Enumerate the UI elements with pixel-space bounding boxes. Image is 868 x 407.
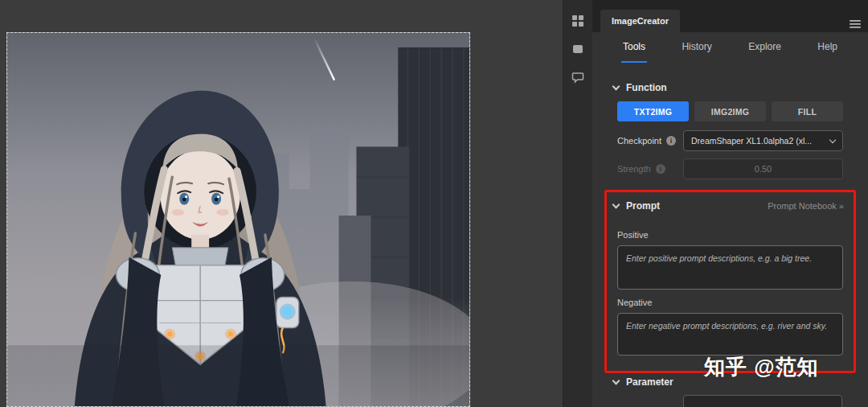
chevron-down-icon (612, 200, 620, 208)
chevron-down-icon (612, 82, 620, 90)
checkpoint-row: Checkpoint i DreamShaper XL1.0alpha2 (xl… (617, 130, 843, 151)
img2img-button[interactable]: IMG2IMG (694, 101, 766, 121)
grid-icon[interactable] (570, 13, 586, 29)
panel-title: ImageCreator (612, 16, 669, 26)
panel-title-tab[interactable]: ImageCreator (600, 10, 680, 32)
tab-history[interactable]: History (680, 32, 713, 63)
positive-prompt-input[interactable] (617, 245, 843, 290)
mode-buttons: TXT2IMG IMG2IMG FILL (617, 101, 843, 121)
tab-tools[interactable]: Tools (621, 32, 647, 63)
parameter-section-toggle[interactable]: Parameter (613, 376, 674, 388)
panel-header: ImageCreator (592, 0, 868, 32)
tab-explore[interactable]: Explore (747, 32, 783, 63)
checkpoint-value: DreamShaper XL1.0alpha2 (xl... (691, 136, 825, 146)
chevron-down-icon (829, 136, 836, 142)
chevron-down-icon (612, 376, 620, 384)
panel-tabs: Tools History Explore Help (592, 32, 868, 63)
watermark-text: 知乎 @范知 (704, 353, 819, 381)
tab-label: Explore (748, 41, 781, 52)
canvas-area (0, 0, 563, 407)
imagecreator-panel: ImageCreator Tools History Explore Help … (592, 0, 868, 407)
prompt-section-header: Prompt Prompt Notebook » (613, 200, 844, 212)
fill-button[interactable]: FILL (772, 101, 843, 121)
panel-dock (563, 0, 592, 407)
swatches-icon[interactable] (570, 41, 586, 57)
info-icon[interactable]: i (666, 136, 676, 146)
generated-image (7, 33, 469, 406)
tab-label: Help (817, 41, 837, 52)
tab-label: Tools (623, 41, 645, 52)
checkpoint-label: Checkpoint (617, 136, 661, 146)
tab-help[interactable]: Help (816, 32, 839, 63)
positive-label: Positive (617, 230, 649, 240)
strength-label-group: Strength i (617, 164, 683, 174)
function-section-title: Function (626, 82, 667, 93)
panel-menu-icon[interactable] (850, 18, 861, 32)
negative-prompt-input[interactable] (617, 313, 843, 356)
function-section-toggle[interactable]: Function (613, 82, 667, 93)
prompt-section-toggle[interactable]: Prompt (613, 200, 660, 212)
artboard-image[interactable] (6, 32, 470, 407)
parameter-section-title: Parameter (626, 376, 674, 388)
info-icon: i (656, 164, 665, 174)
function-section-header: Function (613, 82, 844, 93)
comment-icon[interactable] (570, 69, 586, 85)
checkpoint-dropdown[interactable]: DreamShaper XL1.0alpha2 (xl... (683, 130, 843, 151)
checkpoint-label-group: Checkpoint i (617, 136, 683, 146)
txt2img-button[interactable]: TXT2IMG (617, 101, 689, 121)
strength-row: Strength i (617, 158, 843, 179)
strength-label: Strength (617, 164, 651, 174)
prompt-section-title: Prompt (626, 200, 660, 212)
negative-label: Negative (617, 298, 652, 307)
tab-label: History (682, 41, 711, 52)
prompt-notebook-link[interactable]: Prompt Notebook » (768, 201, 844, 211)
parameter-control-partial[interactable] (683, 395, 842, 407)
strength-input (683, 158, 843, 179)
